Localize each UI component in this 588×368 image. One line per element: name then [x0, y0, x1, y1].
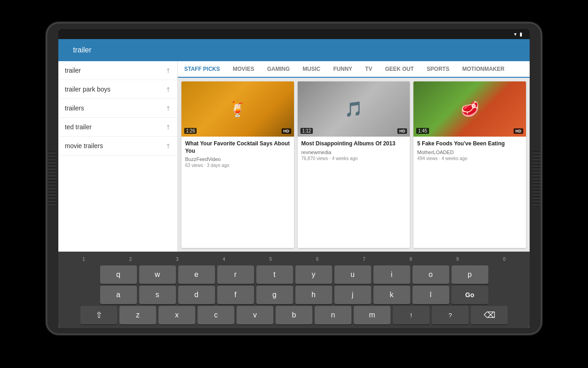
status-bar: ▾ ▮ [58, 29, 530, 39]
exclamation-key[interactable]: ! [393, 306, 430, 324]
key-g[interactable]: g [256, 286, 293, 304]
video-channel: MotherLOADED [417, 150, 522, 155]
video-card[interactable]: 🥩1:45HD5 Fake Foods You've Been EatingMo… [413, 81, 526, 248]
key-j[interactable]: j [334, 286, 371, 304]
search-input[interactable] [69, 44, 511, 56]
keyboard-row: asdfghjklGo [61, 286, 527, 304]
key-c[interactable]: c [198, 306, 234, 324]
num-key: 0 [481, 254, 527, 264]
key-w[interactable]: w [139, 265, 176, 284]
tab-sports[interactable]: SPORTS [420, 61, 456, 78]
video-title: Most Disappointing Albums Of 2013 [301, 140, 407, 148]
tab-motionmaker[interactable]: MOTIONMAKER [456, 61, 511, 78]
key-q[interactable]: q [100, 265, 137, 284]
video-quality-badge: HD [282, 128, 291, 134]
key-o[interactable]: o [413, 265, 449, 284]
num-key: 5 [248, 254, 294, 264]
tab-music[interactable]: MUSIC [296, 61, 327, 78]
suggestion-item[interactable]: ted trailer↗ [58, 118, 177, 137]
battery-icon: ▮ [520, 31, 522, 37]
video-title: What Your Favorite Cocktail Says About Y… [185, 140, 290, 155]
suggestion-text: trailer [65, 67, 165, 74]
tablet-frame: ▾ ▮ trailer↗trailer park boys↗trailers↗t… [46, 22, 542, 335]
key-v[interactable]: v [237, 306, 273, 324]
video-card[interactable]: 🍹1:26HDWhat Your Favorite Cocktail Says … [181, 81, 294, 248]
backspace-key[interactable]: ⌫ [471, 306, 508, 324]
key-t[interactable]: t [256, 265, 293, 284]
keyboard-row: ⇧zxcvbnm!?⌫ [61, 306, 527, 324]
keyboard-row: qwertyuiop [61, 265, 527, 284]
key-k[interactable]: k [373, 286, 410, 304]
suggestion-item[interactable]: trailer park boys↗ [58, 80, 177, 99]
key-m[interactable]: m [354, 306, 390, 324]
question-key[interactable]: ? [432, 306, 469, 324]
videos-grid: 🍹1:26HDWhat Your Favorite Cocktail Says … [178, 78, 530, 252]
key-r[interactable]: r [217, 265, 254, 284]
key-f[interactable]: f [217, 286, 254, 304]
video-thumbnail: 🎵 [298, 81, 410, 137]
more-button[interactable] [519, 46, 526, 54]
video-channel: revnewmedia [301, 150, 407, 155]
video-quality-badge: HD [397, 128, 407, 134]
video-meta: 63 views · 3 days ago [185, 163, 290, 168]
go-key[interactable]: Go [452, 286, 488, 304]
key-i[interactable]: i [373, 265, 410, 284]
suggestions-panel: trailer↗trailer park boys↗trailers↗ted t… [58, 61, 178, 252]
key-d[interactable]: d [178, 286, 215, 304]
num-key: 4 [201, 254, 247, 264]
key-y[interactable]: y [295, 265, 332, 284]
right-panel: STAFF PICKSMOVIESGAMINGMUSICFUNNYTVGEEK … [178, 61, 530, 252]
key-z[interactable]: z [119, 306, 156, 324]
video-thumbnail: 🍹 [181, 81, 294, 137]
num-key: 7 [341, 254, 387, 264]
suggestion-item[interactable]: trailers↗ [58, 99, 177, 118]
back-button[interactable] [62, 46, 69, 54]
key-a[interactable]: a [100, 286, 137, 304]
video-card[interactable]: 🎵1:12HDMost Disappointing Albums Of 2013… [298, 81, 410, 248]
clear-button[interactable] [511, 46, 519, 54]
tab-staff-picks[interactable]: STAFF PICKS [178, 61, 226, 78]
category-tabs: STAFF PICKSMOVIESGAMINGMUSICFUNNYTVGEEK … [178, 61, 530, 78]
number-row: 1234567890 [61, 254, 527, 264]
key-n[interactable]: n [315, 306, 351, 324]
suggestion-text: trailer park boys [65, 86, 165, 93]
video-thumbnail: 🥩 [413, 81, 526, 137]
num-key: 3 [154, 254, 200, 264]
tab-tv[interactable]: TV [359, 61, 379, 78]
video-title: 5 Fake Foods You've Been Eating [417, 140, 522, 148]
tab-gaming[interactable]: GAMING [260, 61, 296, 78]
key-u[interactable]: u [334, 265, 371, 284]
video-meta: 76,870 views · 4 weeks ago [301, 156, 407, 161]
wifi-icon: ▾ [514, 31, 517, 37]
video-duration: 1:26 [184, 128, 197, 134]
video-channel: BuzzFeedVideo [185, 156, 290, 162]
tab-geek-out[interactable]: GEEK OUT [379, 61, 420, 78]
suggestion-item[interactable]: movie trailers↗ [58, 137, 177, 155]
suggestion-text: movie trailers [65, 142, 165, 150]
num-key: 9 [435, 254, 481, 264]
key-s[interactable]: s [139, 286, 176, 304]
status-icons: ▾ ▮ [514, 31, 525, 37]
num-key: 8 [388, 254, 434, 264]
key-b[interactable]: b [276, 306, 312, 324]
video-duration: 1:12 [300, 128, 313, 134]
main-content: trailer↗trailer park boys↗trailers↗ted t… [58, 61, 530, 252]
key-x[interactable]: x [158, 306, 195, 324]
suggestion-text: ted trailer [65, 123, 165, 131]
num-key: 6 [295, 254, 340, 264]
video-duration: 1:45 [416, 128, 429, 134]
video-meta: 494 views · 4 weeks ago [417, 156, 522, 161]
tab-movies[interactable]: MOVIES [226, 61, 261, 78]
video-quality-badge: HD [514, 128, 523, 134]
num-key: 1 [61, 254, 107, 264]
key-p[interactable]: p [452, 265, 488, 284]
num-key: 2 [108, 254, 153, 264]
key-l[interactable]: l [413, 286, 449, 304]
tab-funny[interactable]: FUNNY [327, 61, 358, 78]
key-e[interactable]: e [178, 265, 215, 284]
suggestion-text: trailers [65, 104, 165, 112]
key-h[interactable]: h [295, 286, 332, 304]
shift-key[interactable]: ⇧ [80, 306, 117, 324]
suggestion-item[interactable]: trailer↗ [58, 61, 177, 80]
app-bar [58, 39, 530, 61]
